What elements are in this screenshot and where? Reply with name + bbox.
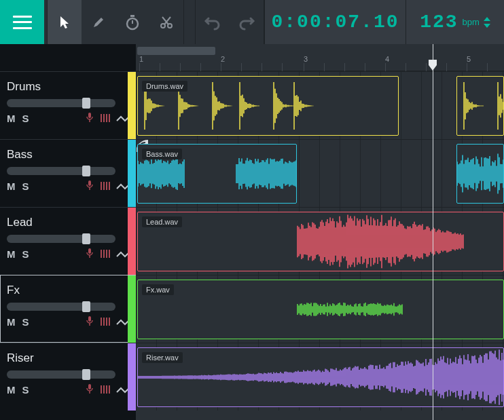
track-panel: Drums M S Bass M S Lead M S xyxy=(0,44,136,420)
chevron-down-icon xyxy=(484,24,490,28)
track-lead[interactable]: Lead M S xyxy=(0,207,136,275)
lane-drums[interactable]: Drums.wav xyxy=(136,71,504,139)
volume-slider[interactable] xyxy=(7,303,115,311)
svg-rect-6 xyxy=(101,114,102,122)
svg-rect-12 xyxy=(103,182,105,190)
record-arm-button[interactable] xyxy=(86,384,94,396)
volume-slider[interactable] xyxy=(7,99,115,107)
lane-lead[interactable]: Lead.wav xyxy=(136,207,504,275)
solo-button[interactable]: S xyxy=(22,316,29,328)
input-button[interactable] xyxy=(101,384,110,396)
clip-label: Riser.wav xyxy=(142,352,183,363)
svg-rect-10 xyxy=(88,180,91,186)
svg-rect-14 xyxy=(109,182,110,190)
clip-fx[interactable]: Fx.wav xyxy=(137,280,504,339)
playhead[interactable] xyxy=(433,44,433,420)
menu-button[interactable] xyxy=(0,0,44,44)
ruler-number: 2 xyxy=(221,55,225,63)
mute-button[interactable]: M xyxy=(7,316,16,328)
svg-rect-9 xyxy=(109,114,110,122)
input-button[interactable] xyxy=(101,113,110,124)
solo-button[interactable]: S xyxy=(22,180,29,192)
track-fx[interactable]: Fx M S xyxy=(0,275,136,343)
cut-tool[interactable] xyxy=(149,0,183,44)
scissors-icon xyxy=(160,16,173,29)
redo-button[interactable] xyxy=(230,0,264,44)
mute-button[interactable]: M xyxy=(7,180,16,192)
lane-riser[interactable]: Riser.wav xyxy=(136,343,504,411)
svg-rect-8 xyxy=(106,114,107,122)
track-riser[interactable]: Riser M S xyxy=(0,343,136,411)
svg-rect-13 xyxy=(106,182,107,190)
track-name: Bass xyxy=(7,148,129,161)
svg-rect-26 xyxy=(101,385,102,394)
svg-rect-24 xyxy=(109,318,110,326)
loop-range[interactable] xyxy=(137,47,215,55)
svg-rect-19 xyxy=(109,250,110,258)
undo-button[interactable] xyxy=(196,0,230,44)
ruler-number: 4 xyxy=(385,55,389,63)
clip-bass[interactable]: Bass.wav xyxy=(137,144,297,204)
solo-button[interactable]: S xyxy=(22,113,29,124)
ruler-number: 5 xyxy=(467,55,471,63)
solo-button[interactable]: S xyxy=(22,248,29,260)
input-button[interactable] xyxy=(101,316,110,328)
clip-label: Lead.wav xyxy=(142,216,182,227)
record-arm-button[interactable] xyxy=(86,180,94,192)
svg-rect-7 xyxy=(103,114,105,122)
bpm-stepper[interactable] xyxy=(484,17,490,28)
svg-rect-5 xyxy=(88,113,91,118)
svg-rect-23 xyxy=(106,318,107,326)
ruler[interactable]: 12345 xyxy=(136,44,504,71)
lane-bass[interactable]: Bass.wav xyxy=(136,139,504,207)
mic-icon xyxy=(86,248,94,258)
clip-lead[interactable]: Lead.wav xyxy=(137,212,504,271)
mute-button[interactable]: M xyxy=(7,113,16,124)
svg-rect-21 xyxy=(101,318,102,326)
pencil-icon xyxy=(92,16,105,29)
stopwatch-icon xyxy=(126,15,139,30)
record-arm-button[interactable] xyxy=(86,113,94,124)
timer-tool[interactable] xyxy=(115,0,149,44)
track-name: Drums xyxy=(7,80,129,94)
mute-button[interactable]: M xyxy=(7,384,16,396)
record-arm-button[interactable] xyxy=(86,316,94,328)
svg-rect-18 xyxy=(106,250,107,258)
clip-riser[interactable]: Riser.wav xyxy=(137,347,504,407)
bpm-display[interactable]: 123 bpm xyxy=(406,0,504,44)
svg-rect-11 xyxy=(101,182,102,190)
clip-bass-2[interactable] xyxy=(456,144,504,204)
clip-drums[interactable]: Drums.wav xyxy=(137,76,399,136)
sliders-icon xyxy=(101,114,110,122)
volume-slider[interactable] xyxy=(7,235,115,243)
track-name: Riser xyxy=(7,351,129,365)
clip-drums-2[interactable] xyxy=(456,76,504,136)
mic-icon xyxy=(86,113,94,122)
input-button[interactable] xyxy=(101,180,110,192)
volume-slider[interactable] xyxy=(7,167,115,175)
pointer-tool[interactable] xyxy=(48,0,82,44)
clip-label: Bass.wav xyxy=(142,149,182,159)
svg-rect-28 xyxy=(106,385,107,394)
pencil-tool[interactable] xyxy=(82,0,115,44)
ruler-number: 3 xyxy=(304,55,308,63)
record-arm-button[interactable] xyxy=(86,248,94,260)
sliders-icon xyxy=(101,182,110,190)
solo-button[interactable]: S xyxy=(22,384,29,396)
svg-rect-16 xyxy=(101,250,102,258)
volume-slider[interactable] xyxy=(7,370,115,379)
svg-rect-25 xyxy=(88,384,91,389)
svg-rect-0 xyxy=(130,15,134,17)
lane-fx[interactable]: Fx.wav xyxy=(136,275,504,343)
svg-rect-20 xyxy=(88,316,91,322)
track-drums[interactable]: Drums M S xyxy=(0,71,136,139)
mute-button[interactable]: M xyxy=(7,248,16,260)
timeline-area[interactable]: 12345 Drums.wavBass.wavLead.wavFx.wavRis… xyxy=(136,44,504,420)
svg-rect-17 xyxy=(103,250,105,258)
sliders-icon xyxy=(101,385,110,394)
mic-icon xyxy=(86,180,94,190)
input-button[interactable] xyxy=(101,248,110,260)
undo-icon xyxy=(205,16,220,29)
track-bass[interactable]: Bass M S xyxy=(0,139,136,207)
bpm-value: 123 xyxy=(420,12,458,33)
